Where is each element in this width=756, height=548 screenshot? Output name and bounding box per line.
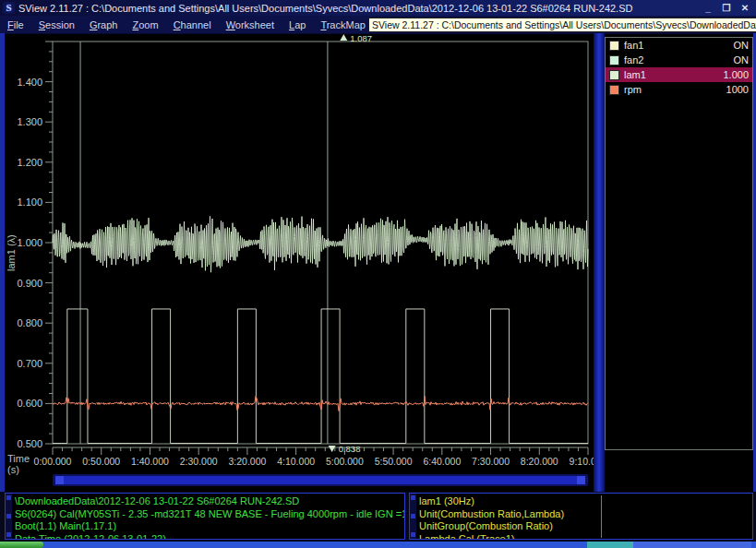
scrollbar-vertical-icon[interactable]	[410, 494, 416, 539]
status-line: Boot(1.1) Main(1.17.1)	[15, 520, 404, 533]
status-line-clipped: Lambda Cal (Trace1)	[419, 533, 752, 541]
channel-name: lam1	[624, 69, 718, 80]
y-tick-label: 1.200	[17, 157, 42, 168]
status-line: S6(0264) Cal(MY05STi - 2.35 -md321T 48 N…	[15, 508, 404, 521]
x-tick-label: 2:30.000	[180, 456, 218, 467]
x-tick-label: 0:00.000	[34, 456, 72, 467]
channel-color-swatch	[609, 70, 619, 80]
panel-divider[interactable]	[594, 33, 605, 492]
svg-text:1.087: 1.087	[350, 33, 372, 43]
menu-lap[interactable]: Lap	[282, 18, 313, 32]
session-info-text: \DownloadedData\2012-12-06 13-01-22 S6#0…	[15, 494, 404, 540]
channel-color-swatch	[609, 41, 619, 51]
status-line: lam1 (30Hz)	[419, 495, 752, 508]
status-line: Unit(Combustion Ratio,Lambda)	[419, 508, 752, 521]
y-axis: 1.4001.3001.2001.1001.0000.9000.8000.700…	[17, 42, 53, 449]
title-bar: S SView 2.11.27 : C:\Documents and Setti…	[0, 0, 756, 16]
app-icon: S	[3, 2, 15, 14]
menu-zoom[interactable]: Zoom	[125, 18, 165, 32]
y-tick-label: 1.000	[17, 237, 42, 248]
channel-value: ON	[734, 40, 750, 51]
scrollbar-right-handle[interactable]	[577, 476, 585, 484]
min-marker: 0.838	[329, 444, 361, 454]
svg-text:0.838: 0.838	[339, 444, 361, 454]
taskbar-segment	[633, 542, 751, 548]
y-axis-title: lam1 (λ)	[6, 234, 17, 271]
channel-row-fan2[interactable]: fan2ON	[606, 53, 752, 67]
session-info-box[interactable]: \DownloadedData\2012-12-06 13-01-22 S6#0…	[5, 493, 405, 540]
x-axis-title: Time	[7, 453, 30, 464]
channel-row-lam1[interactable]: lam11.000	[606, 67, 752, 82]
menu-graph[interactable]: Graph	[82, 18, 126, 32]
start-button[interactable]	[0, 542, 43, 548]
menu-channel[interactable]: Channel	[166, 18, 219, 32]
x-axis: 0:00.0000:50.0001:40.0002:30.0003:20.000…	[34, 447, 594, 467]
channel-value: 1.000	[723, 69, 749, 80]
x-tick-label: 1:40.000	[131, 456, 169, 467]
channel-value: ON	[734, 54, 750, 66]
channel-info-text: lam1 (30Hz)Unit(Combustion Ratio,Lambda)…	[419, 494, 752, 540]
channel-color-swatch	[609, 55, 619, 66]
tooltip: SView 2.11.27 : C:\Documents and Setting…	[368, 18, 756, 32]
y-tick-label: 0.700	[17, 358, 42, 369]
channel-name: fan2	[624, 54, 729, 66]
y-tick-label: 0.900	[17, 278, 42, 289]
menu-file[interactable]: File	[0, 18, 31, 32]
y-tick-label: 1.100	[17, 197, 42, 208]
y-tick-label: 0.600	[17, 398, 42, 409]
menu-session[interactable]: Session	[31, 18, 82, 32]
channel-row-fan1[interactable]: fan1ON	[606, 38, 752, 53]
x-tick-label: 7:30.000	[472, 456, 510, 467]
channel-color-swatch	[609, 85, 619, 95]
x-scrollbar[interactable]	[53, 474, 588, 486]
sview-window: S SView 2.11.27 : C:\Documents and Setti…	[0, 0, 756, 548]
status-line-clipped: Data Time (2012-12-06 13-01-22)	[15, 533, 404, 541]
y-tick-label: 0.800	[17, 317, 42, 328]
taskbar-segment	[587, 542, 633, 548]
scrollbar-vertical-icon[interactable]	[6, 494, 12, 539]
channel-list-panel: fan1ONfan2ONlam11.000rpm1000	[605, 37, 753, 450]
channel-name: fan1	[624, 40, 729, 51]
status-bar: \DownloadedData\2012-12-06 13-01-22 S6#0…	[0, 492, 756, 542]
menu-trackmap[interactable]: TrackMap	[313, 18, 373, 32]
window-title: SView 2.11.27 : C:\Documents and Setting…	[18, 3, 702, 14]
y-tick-label: 0.500	[17, 438, 42, 449]
menu-worksheet[interactable]: Worksheet	[219, 18, 282, 32]
status-line: \DownloadedData\2012-12-06 13-01-22 S6#0…	[15, 495, 404, 508]
channel-info-box[interactable]: lam1 (30Hz)Unit(Combustion Ratio,Lambda)…	[409, 493, 753, 540]
x-tick-label: 4:10.000	[277, 456, 315, 467]
restore-button[interactable]: ❐	[721, 3, 732, 13]
taskbar	[0, 542, 756, 548]
x-tick-label: 0:50.000	[82, 456, 120, 467]
y-tick-label: 1.300	[17, 116, 42, 127]
status-line: UnitGroup(Combustion Ratio)	[419, 520, 752, 533]
x-tick-label: 5:50.000	[375, 456, 413, 467]
x-tick-label: 6:40.000	[423, 456, 461, 467]
graph-area[interactable]: 1.4001.3001.2001.1001.0000.9000.8000.700…	[5, 33, 594, 492]
x-tick-label: 3:20.000	[228, 456, 266, 467]
channel-row-rpm[interactable]: rpm1000	[606, 82, 752, 97]
close-button[interactable]: ✕	[739, 3, 750, 13]
scrollbar-left-handle[interactable]	[55, 476, 64, 484]
channel-name: rpm	[624, 84, 722, 95]
x-tick-label: 9:10.000	[570, 456, 594, 467]
channel-value: 1000	[726, 84, 749, 95]
x-tick-label: 8:20.000	[521, 456, 558, 467]
x-tick-label: 5:00.000	[326, 456, 364, 467]
divider	[601, 495, 602, 538]
x-axis-title-units: (s)	[7, 464, 19, 475]
minimize-button[interactable]: _	[702, 3, 714, 13]
y-tick-label: 1.400	[17, 77, 42, 88]
